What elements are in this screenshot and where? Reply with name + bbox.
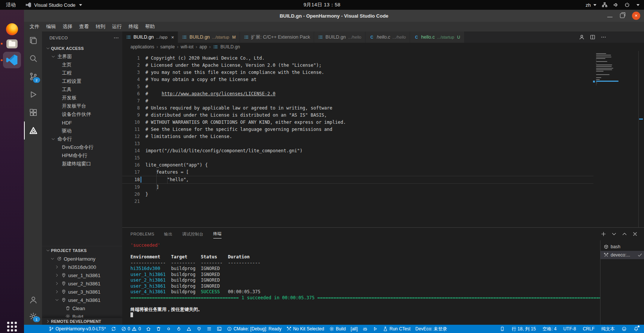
tree-item-env[interactable]: user_2_hi3861 — [42, 279, 122, 288]
volume-icon[interactable] — [613, 2, 619, 8]
code-line[interactable]: 16lite_component("app") { — [122, 162, 593, 169]
statusbar-burn[interactable] — [176, 326, 181, 332]
tree-item[interactable]: 工程 — [42, 69, 122, 77]
app-menu[interactable]: Visual Studio Code — [22, 2, 86, 8]
menu-item[interactable]: 文件 — [26, 23, 43, 30]
code-line[interactable]: 4# You may obtain a copy of the License … — [122, 76, 593, 83]
close-panel-icon[interactable] — [632, 231, 638, 237]
show-applications-button[interactable] — [7, 322, 17, 332]
menu-item[interactable]: 运行 — [109, 23, 125, 30]
tree-item-env[interactable]: hi3516dv300 — [42, 263, 122, 271]
panel-tab[interactable]: 输出 — [164, 230, 173, 238]
tree-root-openharmony[interactable]: OpenHarmony — [42, 255, 122, 263]
code-line[interactable]: 15 — [122, 154, 593, 162]
statusbar-device[interactable] — [500, 326, 505, 332]
dock-files[interactable] — [6, 39, 18, 48]
statusbar-language-mode[interactable]: 纯文本 — [601, 326, 615, 332]
code-line[interactable]: 13 — [122, 140, 593, 147]
menu-item[interactable]: 编辑 — [43, 23, 59, 30]
statusbar-encoding[interactable]: UTF-8 — [563, 326, 576, 332]
panel-tab[interactable]: 调试控制台 — [182, 230, 204, 238]
code-line[interactable]: 11# See the License for the specific lan… — [122, 126, 593, 133]
chevron-down-icon[interactable] — [637, 4, 640, 6]
split-editor-icon[interactable] — [590, 34, 596, 40]
network-icon[interactable] — [602, 2, 608, 8]
close-icon[interactable]: × — [171, 34, 174, 40]
activity-explorer[interactable] — [24, 32, 42, 50]
tree-item[interactable]: 工程设置 — [42, 77, 122, 86]
breadcrumb-item[interactable]: sample — [160, 44, 175, 50]
code-line[interactable]: 18 "hello", — [122, 176, 593, 184]
tree-item-env[interactable]: user_3_hi3861 — [42, 288, 122, 296]
menu-item[interactable]: 选择 — [59, 23, 76, 30]
activity-search[interactable] — [24, 50, 42, 68]
statusbar-feedback[interactable] — [622, 326, 627, 332]
restore-button[interactable] — [620, 14, 625, 18]
tree-item[interactable]: 设备合作伙伴 — [42, 110, 122, 118]
statusbar-build-target[interactable]: [all] — [350, 326, 358, 332]
tab[interactable]: Chello.c.../startupU — [410, 32, 464, 43]
close-button[interactable]: × — [632, 12, 640, 20]
activity-manage[interactable]: 1 — [24, 308, 42, 325]
statusbar-home[interactable] — [146, 326, 151, 332]
title-bar[interactable]: BUILD.gn - OpenHarmony - Visual Studio C… — [24, 10, 644, 22]
breadcrumb-item[interactable]: applications — [130, 44, 154, 50]
code-line[interactable]: 19 ] — [122, 184, 593, 191]
activity-accounts[interactable] — [24, 292, 42, 308]
statusbar-terminal[interactable] — [217, 326, 222, 332]
terminal-picker-icon[interactable] — [611, 231, 617, 237]
tree-item-env[interactable]: user_1_hi3861 — [42, 271, 122, 279]
activity-deveco[interactable] — [24, 122, 42, 140]
code-line[interactable]: 8# Unless required by applicable law or … — [122, 105, 593, 112]
terminal-list-item[interactable]: deveco:... — [601, 251, 644, 259]
new-terminal-icon[interactable] — [601, 231, 607, 237]
statusbar-indentation[interactable]: 空格: 4 — [542, 326, 556, 332]
tab[interactable]: BUILD.gn.../app× — [122, 32, 178, 43]
dock-vscode[interactable] — [3, 52, 21, 68]
input-method-indicator[interactable]: zh — [586, 2, 596, 8]
maximize-panel-icon[interactable] — [622, 231, 628, 237]
minimize-button[interactable] — [607, 17, 613, 17]
accounts-icon[interactable] — [579, 34, 585, 40]
menu-item[interactable]: 查看 — [76, 23, 92, 30]
code-line[interactable]: 6# http://www.apache.org/licenses/LICENS… — [122, 90, 593, 98]
statusbar-problems[interactable]: 00 — [121, 326, 141, 332]
more-actions-icon[interactable] — [113, 35, 119, 41]
tree-item[interactable]: HDF — [42, 118, 122, 127]
statusbar-deveco-login[interactable]: DevEco: 未登录 — [415, 326, 447, 332]
tree-group[interactable]: 命令行 — [42, 135, 122, 143]
tab[interactable]: BUILD.gn.../hello — [314, 32, 365, 43]
code-line[interactable]: 5# — [122, 83, 593, 90]
panel-tab[interactable]: 终端 — [213, 230, 222, 238]
statusbar-kit-selector[interactable]: No Kit Selected — [286, 326, 324, 332]
statusbar-list[interactable] — [207, 326, 212, 332]
dock-firefox[interactable] — [6, 23, 18, 35]
statusbar-clean[interactable] — [156, 326, 161, 332]
statusbar-build[interactable]: Build — [329, 326, 346, 332]
terminal-output[interactable]: 'succeeded' Environment Target Status Du… — [122, 240, 600, 325]
tab[interactable]: BUILD.gn.../startupM — [178, 32, 240, 43]
tree-item-env[interactable]: user_4_hi3861 — [42, 296, 122, 304]
activity-run-and-debug[interactable] — [24, 86, 42, 104]
more-actions-icon[interactable] — [601, 34, 607, 40]
code-line[interactable]: 21 — [122, 198, 593, 205]
statusbar-git-branch[interactable]: OpenHarmony-v3.0-LTS* — [49, 326, 106, 332]
breadcrumb-item[interactable]: app — [199, 44, 207, 50]
tree-item[interactable]: HPM命令行 — [42, 152, 122, 160]
tree-item[interactable]: DevEco命令行 — [42, 143, 122, 152]
breadcrumb-item[interactable]: wifi-iot — [181, 44, 193, 50]
statusbar-launch[interactable] — [373, 326, 378, 332]
task-item-clean[interactable]: Clean — [42, 304, 122, 312]
clock[interactable]: 9月14日 13：58 — [304, 2, 341, 8]
statusbar-plug[interactable] — [196, 326, 202, 332]
statusbar-triangle[interactable] — [186, 326, 192, 332]
terminal-list-item[interactable]: bash — [601, 243, 644, 251]
tree-item[interactable]: 工具 — [42, 86, 122, 94]
tree-item[interactable]: 开发板平台 — [42, 102, 122, 110]
tree-group[interactable]: 主界面 — [42, 52, 122, 61]
tab[interactable]: 扩展: C/C++ Extension Pack — [240, 32, 315, 43]
license-link[interactable]: http://www.apache.org/licenses/LICENSE-2… — [162, 91, 275, 96]
code-line[interactable]: 14import("//build/lite/config/component/… — [122, 147, 593, 154]
code-line[interactable]: 9# distributed under the License is dist… — [122, 112, 593, 119]
project-tasks-header[interactable]: PROJECT TASKS — [42, 246, 122, 255]
